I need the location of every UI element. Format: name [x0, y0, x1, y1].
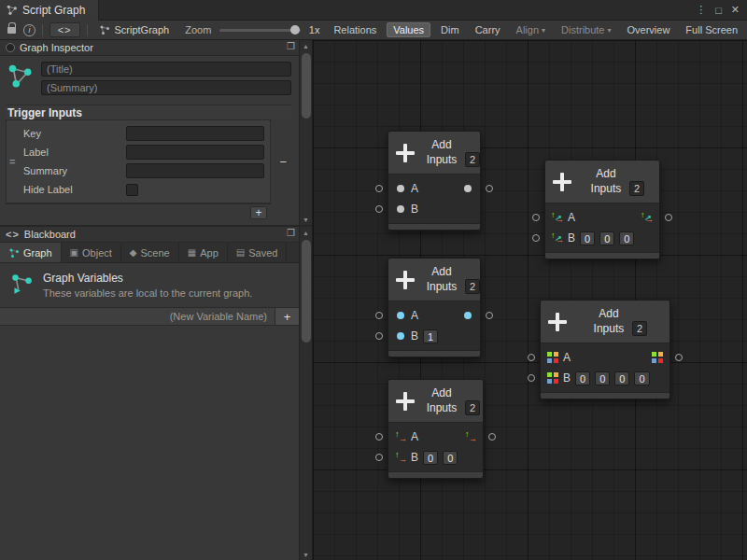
zoom-slider-track[interactable]: [219, 29, 300, 32]
scrollbar-track[interactable]: [300, 238, 313, 549]
node-count-badge[interactable]: 2: [465, 279, 480, 294]
input-port[interactable]: [375, 433, 383, 441]
node-header[interactable]: Add Inputs 2: [541, 301, 669, 343]
window-tab[interactable]: Script Graph: [0, 0, 99, 21]
vector4-icon: [652, 352, 663, 363]
hide-label-label: Hide Label: [23, 184, 120, 195]
tab-scene[interactable]: ◆ Scene: [121, 243, 179, 262]
inspector-title: Graph Inspector: [20, 42, 93, 53]
output-port[interactable]: [486, 312, 493, 319]
value-field[interactable]: 0: [595, 371, 610, 385]
blackboard-header: <> Blackboard ❐: [0, 227, 312, 243]
input-port[interactable]: [375, 312, 383, 319]
value-field[interactable]: 0: [423, 451, 438, 465]
distribute-button[interactable]: Distribute ▾: [556, 22, 616, 37]
tab-app[interactable]: ▦ App: [179, 243, 228, 262]
dock-icon[interactable]: ❐: [287, 41, 295, 51]
node-count-badge[interactable]: 2: [632, 321, 647, 336]
summary-field-input[interactable]: [126, 163, 264, 178]
value-field[interactable]: 0: [599, 231, 614, 245]
output-port[interactable]: [486, 185, 493, 192]
output-port[interactable]: [665, 214, 672, 221]
node-header[interactable]: Add Inputs 2: [545, 161, 659, 203]
window-close-icon[interactable]: ✕: [731, 4, 740, 16]
hide-label-checkbox[interactable]: [126, 184, 138, 196]
vector2-icon: [395, 452, 406, 463]
scrollbar-track[interactable]: [300, 51, 313, 214]
input-port[interactable]: [532, 234, 540, 242]
scrollbar-thumb[interactable]: [302, 53, 311, 119]
edit-graph-button[interactable]: <>: [49, 22, 80, 37]
output-port[interactable]: [488, 433, 496, 441]
inspector-scrollbar[interactable]: ▲ ▼: [299, 40, 312, 225]
node-count-badge[interactable]: 2: [465, 400, 480, 415]
input-port[interactable]: [528, 354, 535, 361]
info-icon[interactable]: i: [23, 24, 35, 36]
add-inputs-node-vector4[interactable]: Add Inputs 2 A B 0 0 0 0: [540, 300, 670, 399]
node-header[interactable]: Add Inputs 2: [388, 132, 480, 175]
node-header[interactable]: Add Inputs 2: [388, 259, 480, 301]
label-label: Label: [23, 147, 120, 158]
drag-handle-icon[interactable]: =: [9, 156, 15, 167]
carry-button[interactable]: Carry: [470, 22, 506, 37]
add-variable-button[interactable]: +: [275, 308, 299, 325]
overview-button[interactable]: Overview: [622, 22, 676, 37]
blackboard-scrollbar[interactable]: ▲ ▼: [299, 227, 312, 560]
scroll-up-icon[interactable]: ▲: [300, 227, 313, 238]
zoom-label: Zoom: [185, 24, 211, 35]
node-count-badge[interactable]: 2: [465, 152, 480, 167]
trigger-inputs-heading: Trigger Inputs: [6, 105, 291, 119]
fullscreen-button[interactable]: Full Screen: [680, 22, 743, 37]
scrollbar-thumb[interactable]: [302, 240, 311, 343]
title-input[interactable]: [41, 62, 291, 77]
remove-item-button[interactable]: −: [279, 155, 287, 169]
breadcrumb[interactable]: ScriptGraph: [93, 24, 175, 35]
add-inputs-node-float[interactable]: Add Inputs 2 A B 1: [388, 258, 481, 357]
input-port[interactable]: [375, 454, 383, 461]
scroll-down-icon[interactable]: ▼: [300, 549, 313, 560]
node-count-badge[interactable]: 2: [629, 181, 644, 196]
dock-icon[interactable]: ❐: [287, 228, 295, 238]
new-variable-input[interactable]: [0, 311, 275, 322]
input-port[interactable]: [375, 205, 383, 213]
scroll-down-icon[interactable]: ▼: [300, 214, 313, 225]
lock-icon[interactable]: [7, 27, 16, 34]
graph-canvas[interactable]: Add Inputs 2 A B Add: [313, 40, 747, 560]
value-field[interactable]: 0: [575, 371, 590, 385]
input-port[interactable]: [375, 185, 383, 192]
values-button[interactable]: Values: [387, 22, 430, 37]
output-port[interactable]: [675, 354, 683, 361]
label-input[interactable]: [126, 145, 264, 160]
value-field[interactable]: 0: [580, 231, 595, 245]
scroll-up-icon[interactable]: ▲: [300, 40, 313, 51]
relations-button[interactable]: Relations: [328, 22, 382, 37]
summary-input[interactable]: [41, 80, 291, 95]
tab-saved[interactable]: ▤ Saved: [228, 243, 288, 262]
blackboard-panel: <> Blackboard ❐ Graph ▣ Object ◆: [0, 227, 312, 560]
value-field[interactable]: 0: [634, 371, 649, 385]
new-variable-row: +: [0, 307, 299, 326]
dim-button[interactable]: Dim: [435, 22, 465, 37]
add-trigger-input-button[interactable]: +: [250, 206, 267, 219]
zoom-slider-knob[interactable]: [290, 25, 300, 35]
value-field[interactable]: 0: [443, 451, 458, 465]
window-maximize-icon[interactable]: □: [715, 5, 722, 16]
input-port[interactable]: [532, 214, 540, 221]
input-port[interactable]: [528, 374, 535, 382]
value-field[interactable]: 0: [619, 231, 634, 245]
value-field[interactable]: 1: [423, 329, 438, 343]
node-header[interactable]: Add Inputs 2: [388, 380, 483, 423]
tab-object[interactable]: ▣ Object: [62, 243, 121, 262]
input-port[interactable]: [375, 332, 383, 340]
add-inputs-node-vector3[interactable]: Add Inputs 2 A B 0 0 0: [544, 160, 660, 259]
add-inputs-node-vector2[interactable]: Add Inputs 2 A B 0 0: [388, 379, 484, 479]
key-input[interactable]: [126, 126, 264, 141]
graph-toolbar: i <> ScriptGraph Zoom 1x Relations Value…: [0, 21, 747, 40]
align-button[interactable]: Align ▾: [511, 22, 551, 37]
add-inputs-node-object[interactable]: Add Inputs 2 A B: [388, 131, 481, 231]
align-label: Align: [516, 24, 539, 35]
window-menu-icon[interactable]: ⋮: [696, 4, 706, 16]
tab-graph[interactable]: Graph: [0, 243, 62, 262]
value-field[interactable]: 0: [614, 371, 629, 385]
zoom-slider[interactable]: [219, 24, 300, 35]
